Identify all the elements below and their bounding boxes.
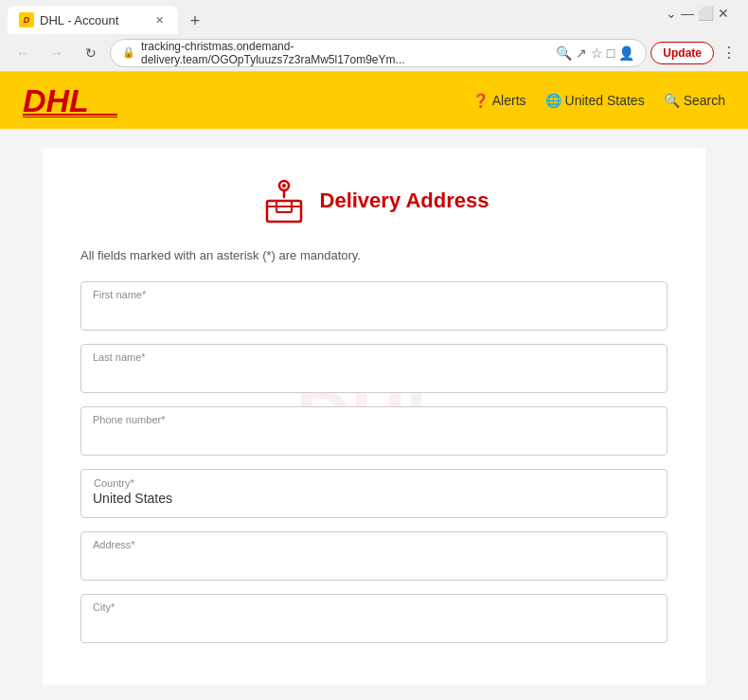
browser-menu-button[interactable]: ⋮ [718,44,740,62]
svg-text:DHL: DHL [23,83,89,117]
phone-group: Phone number* [80,406,668,456]
refresh-button[interactable]: ↻ [76,38,106,68]
alerts-icon: ❓ [472,93,489,108]
form-header: Delivery Address [80,176,668,225]
update-button[interactable]: Update [650,42,714,64]
address-bar[interactable]: 🔒 tracking-christmas.ondemand-delivery.t… [110,39,647,67]
search-label: Search [684,93,725,108]
first-name-group: First name* [80,281,668,331]
new-tab-button[interactable]: + [182,8,208,34]
last-name-input[interactable] [80,344,668,393]
alerts-nav-item[interactable]: ❓ Alerts [472,93,526,108]
tab-close-button[interactable]: ✕ [151,12,167,27]
extensions-icon[interactable]: □ [607,45,614,61]
first-name-input[interactable] [80,281,668,331]
city-group: City* [80,594,668,643]
alerts-label: Alerts [492,93,526,108]
delivery-address-icon [259,176,309,225]
form-title: Delivery Address [320,188,490,213]
dhl-logo-svg: DHL [23,83,117,117]
globe-icon: 🌐 [545,93,561,108]
page-content: DHL ❓ Alerts 🌐 United States 🔍 Search [0,72,748,700]
tab-favicon: D [19,12,34,27]
mandatory-note: All fields marked with an asterisk (*) a… [80,248,668,262]
share-icon[interactable]: ↗ [576,45,587,61]
country-nav-item[interactable]: 🌐 United States [545,93,645,108]
back-button[interactable]: ← [8,38,38,68]
country-label: United States [565,93,645,108]
city-input[interactable] [80,594,668,643]
country-label-float: Country* [94,477,134,489]
country-value: United States [93,491,655,506]
dhl-navigation: ❓ Alerts 🌐 United States 🔍 Search [472,93,725,108]
lock-icon: 🔒 [122,46,135,59]
browser-frame: ⌄ — ⬜ ✕ D DHL - Account ✕ + ← → ↻ 🔒 trac… [0,0,748,72]
active-tab[interactable]: D DHL - Account ✕ [8,6,178,34]
tab-title: DHL - Account [40,13,118,27]
url-text: tracking-christmas.ondemand-delivery.tea… [141,40,550,66]
country-field[interactable]: Country* United States [80,469,668,518]
address-input[interactable] [80,531,668,581]
tab-bar: ⌄ — ⬜ ✕ D DHL - Account ✕ + [0,0,748,34]
search-icon: 🔍 [664,93,680,108]
main-content: DHL Delivery Address All fields mar [0,129,748,700]
profile-icon[interactable]: 👤 [618,45,634,61]
last-name-group: Last name* [80,344,668,393]
forward-button[interactable]: → [42,38,72,68]
dhl-header: DHL ❓ Alerts 🌐 United States 🔍 Search [0,72,748,129]
form-card: DHL Delivery Address All fields mar [43,148,705,685]
search-address-icon[interactable]: 🔍 [556,45,572,61]
browser-controls: ← → ↻ 🔒 tracking-christmas.ondemand-deli… [0,34,748,72]
address-group: Address* [80,531,668,581]
country-group: Country* United States [80,469,668,518]
search-nav-item[interactable]: 🔍 Search [664,93,725,108]
address-bar-icons: 🔍 ↗ ☆ □ 👤 [556,45,634,61]
dhl-logo: DHL [23,83,117,117]
bookmark-icon[interactable]: ☆ [591,45,603,61]
phone-input[interactable] [80,406,668,456]
